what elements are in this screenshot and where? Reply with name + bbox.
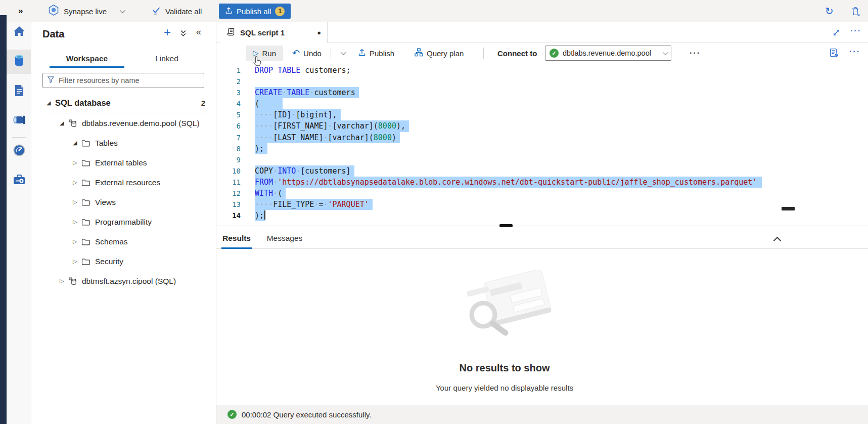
expand-arrow-icon[interactable]: ▷ [73, 199, 81, 205]
code-line-8[interactable]: 8); [216, 143, 868, 154]
add-resource-button[interactable]: + [164, 25, 171, 39]
tree-item-label[interactable]: External resources [95, 178, 160, 187]
publish-button[interactable]: Publish [358, 43, 394, 63]
collapse-arrow-icon[interactable]: ◢ [73, 140, 81, 146]
nav-item-manage[interactable] [7, 168, 31, 193]
code-line-10[interactable]: 10COPY·INTO·[customers] [216, 165, 868, 177]
tab-workspace[interactable]: Workspace [50, 50, 124, 68]
expand-arrow-icon[interactable]: ▷ [73, 259, 81, 264]
expand-arrow-icon[interactable]: ▷ [73, 239, 81, 244]
tree-item-sql-database[interactable]: ◢SQL database2 [31, 93, 215, 113]
tree-item-label[interactable]: dbtlabs.revenue.demo.pool (SQL) [82, 119, 200, 128]
tab-strip-more-icon[interactable]: ··· [850, 26, 861, 35]
tree-item-label[interactable]: Security [95, 257, 123, 266]
discard-icon[interactable] [851, 0, 860, 22]
collapse-arrow-icon[interactable]: ◢ [60, 120, 68, 126]
code-line-7[interactable]: 7····[LAST_NAME]·[varchar](8000) [216, 132, 868, 143]
collapse-all-icon[interactable] [180, 30, 187, 39]
undo-button[interactable]: ↶ Undo [292, 43, 322, 63]
collapse-results-icon[interactable] [774, 236, 780, 245]
tree-item-label[interactable]: SQL database [55, 98, 111, 108]
code-line-9[interactable]: 9 [216, 154, 868, 165]
tree-item-external-resources[interactable]: ▷External resources [31, 173, 215, 192]
properties-icon[interactable] [829, 48, 839, 60]
expand-arrow-icon[interactable]: ▷ [73, 180, 81, 185]
tree-item-label[interactable]: Programmability [95, 218, 152, 227]
code-text: CREATE·TABLE·customers [255, 87, 359, 98]
token: ( [278, 189, 282, 198]
expand-arrow-icon[interactable]: ▷ [60, 278, 68, 284]
tree-item-label[interactable]: Tables [95, 139, 118, 148]
line-number: 5 [216, 109, 241, 120]
tree-item-label[interactable]: Views [95, 198, 116, 207]
toolbar-more-icon[interactable]: ··· [690, 43, 701, 63]
refresh-icon[interactable]: ↻ [825, 0, 834, 22]
line-number: 3 [216, 87, 241, 98]
nav-item-data[interactable] [7, 50, 31, 74]
tree-item-views[interactable]: ▷Views [31, 192, 215, 212]
expand-editor-icon[interactable] [832, 28, 841, 39]
results-tab-bar: Results Messages [216, 228, 868, 249]
tab-sql-script-1[interactable]: SQL script 1 ● [220, 22, 328, 43]
code-line-14[interactable]: 14); [216, 210, 868, 221]
collapse-panel-icon[interactable]: « [196, 27, 201, 37]
collapse-arrow-icon[interactable]: ◢ [47, 100, 55, 106]
synapse-live-selector[interactable]: Synapse live [49, 0, 124, 22]
run-button[interactable]: ▷ Run [246, 46, 283, 61]
line-number: 9 [216, 154, 241, 165]
query-plan-label: Query plan [427, 49, 464, 58]
token: 'PARQUET' [328, 200, 369, 209]
tree-item-security[interactable]: ▷Security [31, 251, 215, 271]
expand-arrow-icon[interactable]: ▷ [73, 160, 81, 165]
tab-linked[interactable]: Linked [139, 50, 195, 68]
code-text: COPY·INTO·[customers] [255, 165, 354, 177]
splitter-drag-handle[interactable] [499, 224, 513, 227]
query-plan-button[interactable]: Query plan [415, 43, 464, 63]
data-explorer-panel: Data + « Workspace Linked ◢SQL database2… [31, 22, 216, 424]
scrollbar-thumb[interactable] [782, 207, 795, 210]
nav-item-integrate[interactable] [7, 109, 31, 133]
sql-code-editor[interactable]: 1DROP TABLE customers;23CREATE·TABLE·cus… [216, 63, 868, 226]
code-line-4[interactable]: 4( [216, 98, 868, 109]
token: ), [396, 121, 405, 131]
code-line-2[interactable]: 2 [216, 76, 868, 87]
code-line-12[interactable]: 12WITH·( [216, 188, 868, 199]
editor-more-icon[interactable]: ··· [849, 47, 860, 56]
expand-menu-icon[interactable]: » [18, 0, 23, 22]
tree-item-dbtmsft-azsyn-cipool-sql[interactable]: ▷dbtmsft.azsyn.cipool (SQL) [31, 271, 215, 291]
line-number: 11 [216, 177, 241, 188]
connect-to-dropdown[interactable]: ✓ dbtlabs.revenue.demo.pool [545, 46, 671, 61]
tree-item-tables[interactable]: ◢Tables [31, 133, 215, 153]
code-line-5[interactable]: 5····[ID]·[bigint], [216, 109, 868, 120]
code-line-1[interactable]: 1DROP TABLE customers; [216, 65, 868, 76]
folder-icon [81, 140, 95, 147]
tree-item-dbtlabs-revenue-demo-pool-sql[interactable]: ◢dbtlabs.revenue.demo.pool (SQL) [31, 113, 215, 133]
token: · [323, 200, 328, 209]
code-text: ····[LAST_NAME]·[varchar](8000) [255, 132, 400, 143]
filter-input[interactable] [59, 76, 200, 84]
code-line-13[interactable]: 13····FILE_TYPE·=·'PARQUET' [216, 199, 868, 210]
tree-item-external-tables[interactable]: ▷External tables [31, 153, 215, 173]
tree-item-programmability[interactable]: ▷Programmability [31, 212, 215, 232]
tree-item-label[interactable]: Schemas [95, 237, 128, 246]
tree-item-label[interactable]: External tables [95, 158, 147, 167]
tab-results[interactable]: Results [221, 228, 252, 249]
tree-item-label[interactable]: dbtmsft.azsyn.cipool (SQL) [82, 277, 176, 286]
token: TABLE [287, 88, 309, 97]
validate-icon [152, 6, 161, 16]
validate-all-button[interactable]: Validate all [152, 0, 202, 22]
tree-item-schemas[interactable]: ▷Schemas [31, 232, 215, 251]
line-number: 6 [216, 120, 241, 132]
code-line-6[interactable]: 6····[FIRST_NAME]·[varchar](8000), [216, 120, 868, 132]
publish-all-button[interactable]: Publish all 1 [219, 4, 291, 19]
token: · [282, 88, 287, 97]
expand-arrow-icon[interactable]: ▷ [73, 219, 81, 225]
code-line-3[interactable]: 3CREATE·TABLE·customers [216, 87, 868, 98]
run-options-chevron[interactable] [341, 43, 345, 63]
nav-item-home[interactable] [7, 22, 31, 43]
code-line-11[interactable]: 11FROM·'https://dbtlabsynapsedatalake.bl… [216, 177, 868, 188]
tab-messages[interactable]: Messages [265, 228, 304, 249]
nav-item-monitor[interactable] [7, 139, 31, 163]
nav-item-develop[interactable] [7, 79, 31, 104]
code-text: ( [255, 98, 283, 109]
